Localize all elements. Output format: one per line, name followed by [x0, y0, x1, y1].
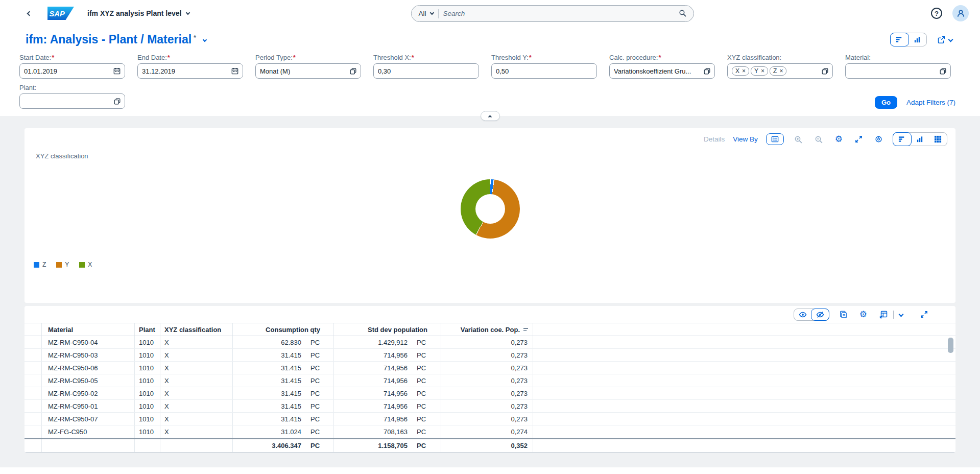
row-selector[interactable]	[25, 362, 42, 374]
cell-material: MZ-FG-C950	[42, 425, 135, 438]
sap-logo[interactable]: SAP	[47, 7, 74, 20]
token-z[interactable]: Z×	[770, 66, 786, 76]
input-value: 0,50	[496, 67, 592, 75]
value-help-icon[interactable]	[940, 68, 946, 75]
table-settings-button[interactable]: ⚙	[857, 308, 869, 321]
xyz-classification-input[interactable]: X× Y× Z×	[727, 63, 833, 79]
adapt-filters-link[interactable]: Adapt Filters (7)	[906, 99, 955, 106]
row-selector[interactable]	[25, 425, 42, 438]
calc-procedure-input[interactable]: Variationskoeffizient Gru...	[609, 63, 715, 79]
search-icon[interactable]	[678, 9, 686, 18]
column-sort-icon[interactable]	[523, 327, 529, 332]
legend-item-y[interactable]: Y	[56, 261, 69, 268]
table-fullscreen-button[interactable]	[918, 309, 930, 320]
token-remove-icon[interactable]: ×	[761, 67, 764, 75]
column-header-xyz[interactable]: XYZ classification	[160, 323, 233, 336]
collapse-header-button[interactable]	[481, 111, 500, 121]
start-date-input[interactable]: 01.01.2019	[19, 63, 125, 79]
show-details-button[interactable]	[794, 309, 811, 320]
search-input[interactable]: Search	[443, 10, 674, 17]
cell-variation: 0,273	[441, 387, 533, 399]
zoom-out-button[interactable]	[812, 133, 825, 146]
search-scope-select[interactable]: All	[418, 10, 433, 17]
end-date-input[interactable]: 31.12.2019	[137, 63, 243, 79]
details-button[interactable]: Details	[704, 135, 725, 143]
table-row[interactable]: MZ-RM-C950-031010X31.415PC714,956PC0,273	[25, 349, 955, 362]
period-type-input[interactable]: Monat (M)	[255, 63, 361, 79]
hide-details-button[interactable]	[811, 309, 829, 321]
app-title-menu[interactable]: ifm XYZ analysis Plant level	[87, 9, 189, 17]
table-row[interactable]: MZ-RM-C950-021010X31.415PC714,956PC0,273	[25, 387, 955, 400]
shell-search[interactable]: All Search	[411, 5, 694, 22]
token-remove-icon[interactable]: ×	[779, 67, 783, 75]
chart-settings-button[interactable]: ⚙	[833, 133, 845, 146]
row-selector[interactable]	[25, 400, 42, 412]
zoom-in-button[interactable]	[792, 133, 804, 146]
gear-icon: ⚙	[835, 135, 843, 144]
table-row[interactable]: MZ-RM-C950-041010X62.830PC1.429,912PC0,2…	[25, 336, 955, 349]
value-help-icon[interactable]	[114, 98, 121, 105]
chart-type-bar[interactable]	[893, 132, 912, 146]
column-header-variation[interactable]: Variation coe. Pop.	[441, 323, 533, 336]
column-header-consumption-qty[interactable]: Consumption qty	[233, 323, 334, 336]
view-switch-column-chart[interactable]	[909, 33, 926, 46]
row-selector[interactable]	[25, 336, 42, 348]
calendar-icon[interactable]	[113, 67, 121, 75]
select-all-cell[interactable]	[25, 323, 42, 336]
column-header-std-dev[interactable]: Std dev population	[334, 323, 441, 336]
row-selector[interactable]	[25, 413, 42, 425]
person-icon	[957, 9, 965, 18]
scrollbar-thumb[interactable]	[948, 338, 953, 353]
export-menu-button[interactable]	[897, 311, 905, 318]
cell-plant: 1010	[135, 413, 160, 425]
view-switch-bar-chart[interactable]	[890, 33, 909, 46]
cell-variation: 0,274	[441, 425, 533, 438]
plant-input[interactable]	[19, 93, 125, 109]
cell-std-dev-unit: PC	[410, 362, 441, 374]
table-row[interactable]: MZ-RM-C950-071010X31.415PC714,956PC0,273	[25, 413, 955, 425]
value-help-icon[interactable]	[704, 68, 710, 75]
token-remove-icon[interactable]: ×	[742, 67, 746, 75]
table-row[interactable]: MZ-FG-C9501010X31.024PC708,163PC0,274	[25, 425, 955, 438]
cell-consumption-unit: PC	[303, 336, 334, 348]
table-scrollbar[interactable]	[948, 337, 953, 445]
table-row[interactable]: MZ-RM-C950-051010X31.415PC714,956PC0,273	[25, 374, 955, 387]
token-y[interactable]: Y×	[751, 66, 768, 76]
chart-fullscreen-button[interactable]	[853, 133, 865, 145]
page-title[interactable]: ifm: Analysis - Plant / Material *	[26, 33, 206, 46]
export-spreadsheet-button[interactable]	[877, 309, 890, 321]
chart-orientation-button[interactable]	[873, 133, 885, 145]
help-icon[interactable]: ?	[931, 8, 942, 19]
table-row[interactable]: MZ-RM-C950-011010X31.415PC714,956PC0,273	[25, 400, 955, 413]
back-button[interactable]	[25, 9, 34, 18]
legend-item-x[interactable]: X	[79, 261, 92, 268]
table-row[interactable]: MZ-RM-C950-061010X31.415PC714,956PC0,273	[25, 362, 955, 374]
cell-xyz: X	[160, 400, 233, 412]
column-header-plant[interactable]: Plant	[135, 323, 160, 336]
row-selector[interactable]	[25, 387, 42, 399]
material-input[interactable]	[845, 63, 951, 79]
copy-button[interactable]	[838, 309, 849, 320]
value-help-icon[interactable]	[350, 68, 356, 75]
cell-plant: 1010	[135, 362, 160, 374]
view-by-button[interactable]: View By	[733, 135, 758, 143]
legend-toggle-button[interactable]	[766, 133, 784, 145]
row-selector[interactable]	[25, 349, 42, 361]
legend-item-z[interactable]: Z	[34, 261, 46, 268]
threshold-y-input[interactable]: 0,50	[491, 63, 597, 79]
chart-type-switch-group	[893, 132, 947, 146]
user-avatar[interactable]	[952, 5, 969, 21]
value-help-icon[interactable]	[822, 68, 828, 75]
column-header-material[interactable]: Material	[42, 323, 135, 336]
donut-chart[interactable]	[461, 179, 520, 239]
row-selector[interactable]	[25, 374, 42, 387]
cell-consumption-qty: 31.415	[233, 400, 303, 412]
chevron-down-icon	[899, 312, 904, 317]
threshold-x-input[interactable]: 0,30	[373, 63, 479, 79]
share-button[interactable]	[935, 34, 954, 46]
chart-type-table[interactable]	[929, 133, 947, 146]
token-x[interactable]: X×	[732, 66, 749, 76]
go-button[interactable]: Go	[875, 96, 897, 109]
chart-type-column[interactable]	[911, 133, 929, 146]
calendar-icon[interactable]	[231, 67, 238, 75]
